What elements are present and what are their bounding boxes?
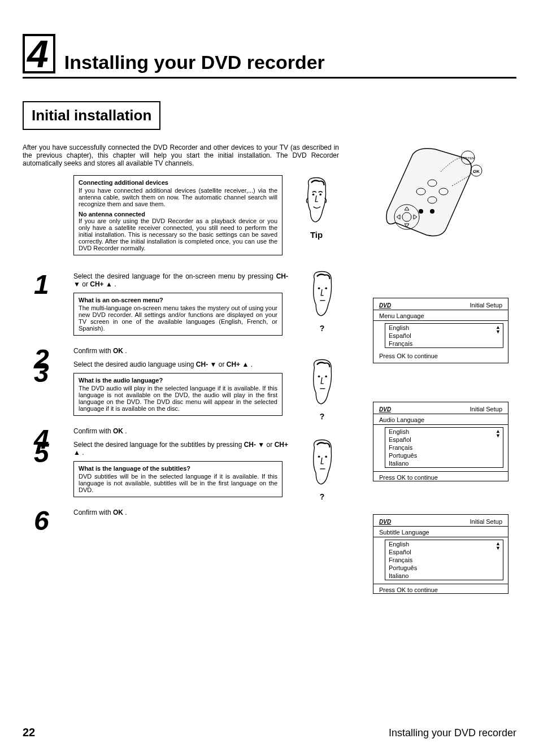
intro-paragraph: After you have successfully connected th… <box>23 144 339 167</box>
ch-minus-label: CH- <box>276 272 288 280</box>
step-1: 1 Select the desired language for the on… <box>23 272 362 288</box>
step-number: 5 <box>34 437 49 468</box>
step-text: Select the desired audio language using … <box>73 360 288 368</box>
osd-footer: Press OK to continue <box>373 471 508 481</box>
ch-plus-label: CH+ <box>227 360 240 368</box>
osd-footer: Press OK to continue <box>373 351 508 363</box>
step-text: Select the desired language for the on-s… <box>73 272 288 288</box>
question-mark-icon: ? <box>299 324 345 333</box>
tip-label: Tip <box>294 230 339 240</box>
svg-point-7 <box>325 456 327 458</box>
page-footer: 22 Installing your DVD recorder <box>23 726 516 739</box>
note-title: What is an on-screen menu? <box>79 297 277 303</box>
note-box-osd: What is an on-screen menu? The multi-lan… <box>73 293 282 336</box>
step-text: Confirm with OK . <box>73 347 288 355</box>
text: Select the desired language for the on-s… <box>73 272 276 280</box>
face-question-icon: ? <box>299 357 345 421</box>
text: Confirm with <box>73 427 113 435</box>
system-label: SYSTEM <box>461 157 475 160</box>
text: . <box>251 360 253 368</box>
dvd-logo: DVD <box>379 302 391 309</box>
note-body: The multi-language on-screen menu takes … <box>79 305 277 332</box>
list-item: Français <box>385 444 503 451</box>
svg-point-1 <box>319 194 321 196</box>
text: or <box>267 441 275 449</box>
list-item: Español <box>385 436 503 444</box>
osd-footer: Press OK to continue <box>373 584 508 593</box>
osd-title: Initial Setup <box>470 406 502 412</box>
text: . <box>125 509 127 516</box>
up-arrow-icon: ▲ <box>240 360 249 368</box>
question-mark-icon: ? <box>299 412 345 421</box>
note-body: If you have connected additional devices… <box>79 187 277 207</box>
chapter-number: 4 <box>23 34 55 73</box>
scroll-arrows-icon: ▲▼ <box>495 325 501 334</box>
list-item: Italiano <box>385 459 503 467</box>
ch-plus-label: CH+ <box>275 441 288 449</box>
text: or <box>219 360 227 368</box>
face-tip-icon <box>299 175 333 226</box>
step-6: 6 Confirm with OK . <box>23 509 362 516</box>
down-arrow-icon: ▼ <box>208 360 216 368</box>
step-4: 4 Confirm with OK . <box>23 427 362 435</box>
chapter-title: Installing your DVD recorder <box>64 51 325 73</box>
note-box-subtitle: What is the language of the subtitles? D… <box>73 461 282 497</box>
step-number: 1 <box>34 269 49 300</box>
svg-point-6 <box>318 456 320 458</box>
note-box-audio: What is the audio language? The DVD audi… <box>73 373 282 416</box>
footer-title: Installing your DVD recorder <box>389 727 516 739</box>
ch-minus-label: CH- <box>196 360 208 368</box>
svg-point-0 <box>312 194 315 196</box>
list-item: English <box>385 324 503 332</box>
text: . <box>114 280 116 288</box>
svg-point-13 <box>430 209 434 214</box>
osd-subtitle-language: DVD Initial Setup Subtitle Language ▲▼ E… <box>373 514 508 594</box>
note-body: DVD subtitles will be in the selected la… <box>79 473 277 493</box>
step-2: 2 Confirm with OK . <box>23 347 362 355</box>
text: Confirm with <box>73 509 113 516</box>
list-item: English <box>385 540 503 548</box>
remote-illustration: SYSTEM OK <box>373 144 520 247</box>
down-arrow-icon: ▼ <box>73 280 80 288</box>
ok-label: OK <box>113 347 123 355</box>
step-number: 3 <box>34 357 49 388</box>
dvd-logo: DVD <box>379 519 391 525</box>
list-item: Português <box>385 451 503 459</box>
down-arrow-icon: ▼ <box>256 441 264 449</box>
list-item: Español <box>385 332 503 340</box>
text: Confirm with <box>73 347 113 355</box>
text: . <box>125 427 127 435</box>
dvd-logo: DVD <box>379 406 391 412</box>
ok-label: OK <box>113 427 123 435</box>
svg-point-3 <box>325 288 327 290</box>
up-arrow-icon: ▲ <box>73 449 80 457</box>
note-title: Connecting additional devices <box>79 179 277 186</box>
chapter-header: 4 Installing your DVD recorder <box>23 34 516 79</box>
osd-list: ▲▼ English Español Français Português It… <box>385 427 503 468</box>
osd-section-label: Subtitle Language <box>373 527 508 537</box>
text: . <box>82 449 84 457</box>
text: Select the desired language for the subt… <box>73 441 244 449</box>
step-3: 3 Select the desired audio language usin… <box>23 360 362 368</box>
note-body2: If you are only using the DVD Recorder a… <box>79 218 277 251</box>
step-5: 5 Select the desired language for the su… <box>23 441 362 457</box>
face-question-icon: ? <box>299 437 345 501</box>
osd-list: ▲▼ English Español Français <box>385 323 503 348</box>
page-number: 22 <box>23 726 35 739</box>
list-item: English <box>385 428 503 436</box>
list-item: Français <box>385 340 503 347</box>
osd-list: ▲▼ English Español Français Português It… <box>385 540 503 580</box>
note-title: What is the language of the subtitles? <box>79 465 277 472</box>
note-body: The DVD audio will play in the selected … <box>79 385 277 412</box>
right-column: SYSTEM OK DVD Initial Setup Menu Languag… <box>373 144 520 610</box>
note-box-devices: Connecting additional devices If you hav… <box>73 175 282 255</box>
osd-section-label: Audio Language <box>373 414 508 425</box>
tip-icon: Tip <box>294 175 339 240</box>
note-title: What is the audio language? <box>79 377 277 384</box>
step-text: Select the desired language for the subt… <box>73 441 288 457</box>
scroll-arrows-icon: ▲▼ <box>495 541 501 550</box>
osd-title: Initial Setup <box>470 518 502 525</box>
face-question-icon: ? <box>299 269 345 333</box>
text: or <box>82 280 90 288</box>
osd-section-label: Menu Language <box>373 310 508 321</box>
